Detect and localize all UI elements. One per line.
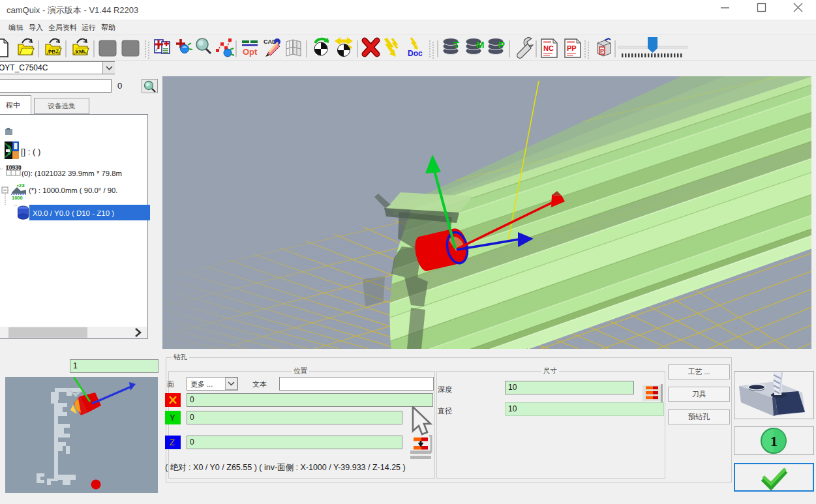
svg-text:(0): (1021032 39.9mm * 79.8m: (0): (1021032 39.9mm * 79.8m xyxy=(22,170,122,177)
svg-text:1000: 1000 xyxy=(12,195,23,201)
svg-text:M: M xyxy=(476,39,485,50)
svg-text:P: P xyxy=(600,48,604,54)
svg-text:P: P xyxy=(498,39,505,50)
svg-text:NC: NC xyxy=(543,44,554,52)
svg-text:PBZ: PBZ xyxy=(48,48,59,55)
svg-text:Opt: Opt xyxy=(243,47,258,57)
svg-text:XML: XML xyxy=(75,48,87,55)
svg-text:10930: 10930 xyxy=(6,164,22,171)
svg-text:(*) : 1000.0mm ( 90.0° / 90.: (*) : 1000.0mm ( 90.0° / 90. xyxy=(29,186,117,194)
svg-text:PP: PP xyxy=(567,44,577,52)
svg-text:▪23: ▪23 xyxy=(17,183,25,188)
svg-text:1: 1 xyxy=(770,433,778,449)
svg-text:T: T xyxy=(453,39,459,50)
svg-text:X0.0 / Y0.0 ( D10 - Z10 ): X0.0 / Y0.0 ( D10 - Z10 ) xyxy=(33,209,114,217)
svg-text:[] : ( ): [] : ( ) xyxy=(21,147,40,156)
svg-text:Doc: Doc xyxy=(408,49,423,58)
